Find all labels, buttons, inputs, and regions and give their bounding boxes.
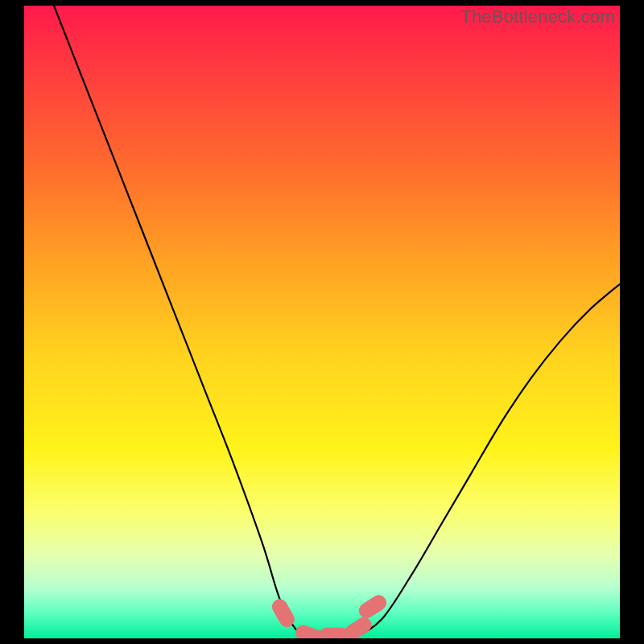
curve-marker [341, 615, 374, 638]
watermark-text: TheBottleneck.com [460, 6, 615, 27]
chart-svg [24, 6, 620, 638]
chart-plot-area [24, 6, 620, 638]
marker-group [270, 592, 389, 638]
chart-frame: TheBottleneck.com [0, 0, 644, 644]
bottleneck-curve-path [54, 6, 620, 638]
